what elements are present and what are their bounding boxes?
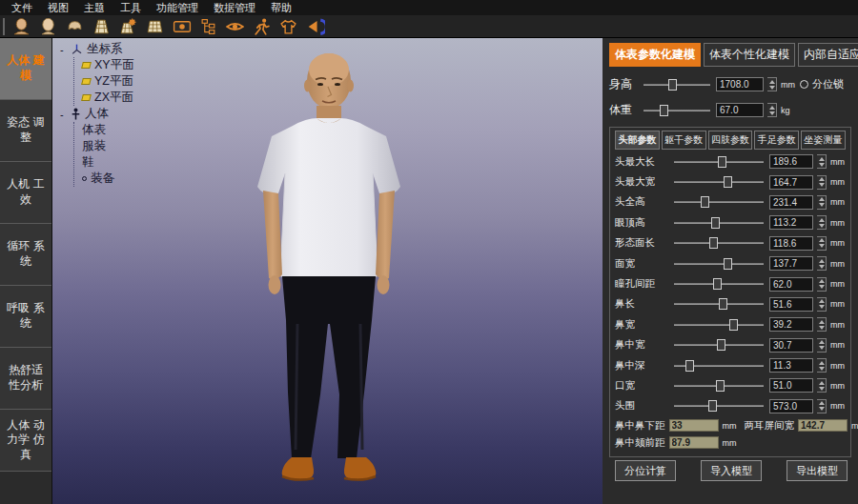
param-slider[interactable] bbox=[672, 236, 766, 250]
param-value-input[interactable] bbox=[769, 399, 813, 413]
menu-data-management[interactable]: 数据管理 bbox=[206, 0, 263, 16]
param-spinner[interactable] bbox=[817, 378, 827, 393]
param-spinner[interactable] bbox=[817, 236, 827, 251]
param-slider[interactable] bbox=[672, 216, 766, 230]
bitragion-width-field[interactable] bbox=[798, 419, 848, 432]
slider-handle[interactable] bbox=[711, 217, 720, 229]
tree-node-body-surface[interactable]: 体表 bbox=[82, 122, 134, 138]
tree-label[interactable]: 人体 bbox=[85, 106, 109, 122]
param-slider[interactable] bbox=[672, 297, 766, 311]
param-value-input[interactable] bbox=[769, 277, 813, 292]
slider-handle[interactable] bbox=[716, 380, 725, 392]
tree-node-human-body[interactable]: - 人体 bbox=[60, 106, 134, 122]
clothing-icon[interactable] bbox=[277, 16, 299, 36]
param-spinner[interactable] bbox=[817, 399, 827, 413]
tree-label[interactable]: YZ平面 bbox=[94, 73, 133, 90]
tree-node-coordinate-system[interactable]: - 坐标系 bbox=[60, 41, 134, 57]
tab-hand-foot-params[interactable]: 手足参数 bbox=[754, 131, 799, 150]
tree-label[interactable]: XY平面 bbox=[94, 57, 134, 73]
mesh-settings-icon[interactable] bbox=[117, 16, 139, 36]
percentile-lock-radio[interactable] bbox=[800, 80, 808, 89]
height-slider[interactable] bbox=[642, 78, 712, 91]
front-head-icon[interactable] bbox=[10, 16, 32, 36]
height-spinner[interactable] bbox=[767, 77, 777, 91]
tab-internal-adaptive-modeling[interactable]: 内部自适应建模 bbox=[798, 43, 858, 67]
viewport-3d[interactable]: - 坐标系 XY平面 YZ平面 ZX平面 - bbox=[52, 38, 603, 504]
scalp-icon[interactable] bbox=[64, 16, 86, 36]
menu-view[interactable]: 视图 bbox=[40, 0, 76, 16]
slider-handle[interactable] bbox=[718, 156, 726, 168]
nose-chin-field[interactable] bbox=[669, 436, 719, 449]
tree-label[interactable]: 服装 bbox=[82, 138, 106, 154]
param-spinner[interactable] bbox=[817, 256, 827, 271]
tree-node-shoes[interactable]: 鞋 bbox=[82, 154, 134, 171]
param-spinner[interactable] bbox=[817, 175, 827, 190]
tab-limb-params[interactable]: 四肢参数 bbox=[708, 131, 753, 150]
tree-label[interactable]: 坐标系 bbox=[87, 41, 123, 57]
slider-handle[interactable] bbox=[708, 400, 717, 412]
slider-handle[interactable] bbox=[719, 298, 727, 310]
display-icon[interactable] bbox=[171, 16, 193, 36]
menu-help[interactable]: 帮助 bbox=[263, 0, 299, 16]
weight-value-input[interactable] bbox=[716, 103, 764, 117]
mesh-grid-icon[interactable] bbox=[144, 16, 166, 36]
slider-handle[interactable] bbox=[660, 105, 668, 116]
tree-node-clothing[interactable]: 服装 bbox=[82, 138, 134, 154]
human-model[interactable] bbox=[52, 38, 603, 504]
param-value-input[interactable] bbox=[769, 358, 813, 373]
slider-handle[interactable] bbox=[724, 258, 732, 270]
param-slider[interactable] bbox=[672, 338, 766, 352]
param-slider[interactable] bbox=[672, 257, 766, 271]
slider-handle[interactable] bbox=[701, 196, 709, 208]
tree-node-yz-plane[interactable]: YZ平面 bbox=[82, 73, 134, 90]
tab-torso-params[interactable]: 躯干参数 bbox=[662, 131, 706, 150]
slider-handle[interactable] bbox=[724, 176, 732, 188]
collapse-icon[interactable]: - bbox=[60, 44, 67, 55]
motion-icon[interactable] bbox=[251, 16, 273, 36]
tab-head-params[interactable]: 头部参数 bbox=[615, 131, 660, 150]
param-spinner[interactable] bbox=[817, 338, 827, 353]
weight-spinner[interactable] bbox=[767, 103, 777, 117]
sidebar-item-body-dynamics[interactable]: 人体 动力学 仿真 bbox=[0, 410, 51, 472]
tab-sitting-measure[interactable]: 坐姿测量 bbox=[801, 131, 846, 150]
tree-node-equipment[interactable]: 装备 bbox=[82, 171, 134, 187]
menu-tools[interactable]: 工具 bbox=[112, 0, 149, 16]
param-slider[interactable] bbox=[672, 195, 766, 209]
param-value-input[interactable] bbox=[769, 236, 813, 251]
slider-handle[interactable] bbox=[713, 278, 722, 290]
param-slider[interactable] bbox=[672, 399, 766, 413]
param-value-input[interactable] bbox=[769, 195, 813, 210]
tree-label[interactable]: ZX平面 bbox=[94, 90, 133, 106]
param-slider[interactable] bbox=[672, 277, 766, 291]
sidebar-item-circulatory-system[interactable]: 循环 系统 bbox=[0, 224, 51, 286]
tree-node-xy-plane[interactable]: XY平面 bbox=[82, 57, 134, 73]
param-spinner[interactable] bbox=[817, 277, 827, 292]
param-value-input[interactable] bbox=[769, 256, 813, 271]
param-spinner[interactable] bbox=[817, 358, 827, 373]
sidebar-item-thermal-comfort[interactable]: 热舒适 性分析 bbox=[0, 348, 51, 410]
hierarchy-icon[interactable] bbox=[197, 16, 219, 36]
collapse-icon[interactable]: - bbox=[60, 109, 67, 120]
slider-handle[interactable] bbox=[685, 360, 694, 372]
param-value-input[interactable] bbox=[769, 154, 813, 169]
param-slider[interactable] bbox=[672, 359, 766, 373]
param-value-input[interactable] bbox=[769, 215, 813, 230]
param-slider[interactable] bbox=[672, 318, 766, 332]
menu-function-management[interactable]: 功能管理 bbox=[149, 0, 206, 16]
param-value-input[interactable] bbox=[769, 378, 813, 393]
param-slider[interactable] bbox=[672, 379, 766, 393]
height-value-input[interactable] bbox=[716, 77, 764, 91]
tree-label[interactable]: 体表 bbox=[82, 122, 106, 138]
import-model-button[interactable]: 导入模型 bbox=[701, 460, 762, 481]
percentile-calc-button[interactable]: 分位计算 bbox=[615, 460, 676, 481]
param-spinner[interactable] bbox=[817, 215, 827, 230]
export-model-button[interactable]: 导出模型 bbox=[786, 460, 848, 481]
tab-parametric-modeling[interactable]: 体表参数化建模 bbox=[609, 43, 701, 67]
tree-label[interactable]: 鞋 bbox=[82, 154, 94, 171]
param-slider[interactable] bbox=[672, 155, 766, 169]
param-spinner[interactable] bbox=[817, 297, 827, 312]
slider-handle[interactable] bbox=[668, 79, 677, 91]
param-slider[interactable] bbox=[672, 175, 766, 189]
nose-subnasal-field[interactable] bbox=[669, 419, 719, 432]
param-spinner[interactable] bbox=[817, 317, 827, 332]
